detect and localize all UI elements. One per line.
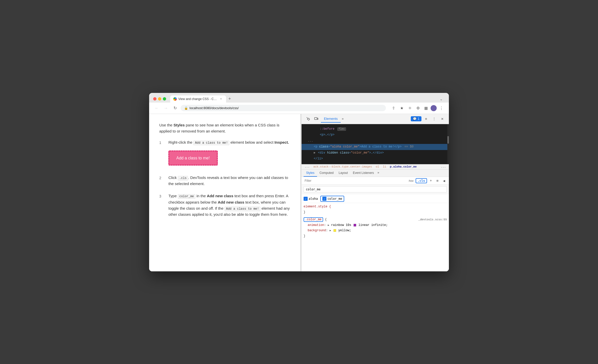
dom-p-class-tag: <p class="aloha color_me">Add a class to… bbox=[314, 145, 402, 148]
animation-triangle-icon[interactable]: ▶ bbox=[328, 223, 329, 228]
background-property: background: ▶ yellow; bbox=[304, 228, 447, 234]
classes-input-bar bbox=[302, 185, 449, 194]
element-style-rule: element.style { } bbox=[304, 204, 447, 215]
filter-bar: :hov .cls + ⊞ ◀ bbox=[302, 177, 449, 185]
breadcrumb-bar: ... ack.stack--block.type.center-images … bbox=[302, 164, 449, 170]
step-1: 1 Right-click the Add a class to me! ele… bbox=[159, 139, 290, 169]
forward-button[interactable]: → bbox=[162, 105, 169, 112]
color-me-brace-close-line: } bbox=[304, 234, 447, 239]
background-triangle-icon[interactable]: ▶ bbox=[329, 228, 331, 233]
tab-styles[interactable]: Styles bbox=[304, 170, 317, 177]
traffic-lights bbox=[153, 97, 166, 101]
animation-property: animation: ▶ rainbow 10s linear infinite… bbox=[304, 223, 447, 228]
color-me-checkbox[interactable]: ✓ bbox=[322, 197, 326, 201]
inspect-element-icon[interactable] bbox=[305, 115, 312, 122]
reload-button[interactable]: ↻ bbox=[171, 105, 179, 112]
more-vert-icon[interactable]: ⋮ bbox=[431, 115, 438, 122]
chat-badge[interactable]: 💬 1 bbox=[411, 116, 421, 121]
breadcrumb-li[interactable]: li bbox=[383, 165, 386, 168]
breadcrumb-stack[interactable]: ack.stack--block.type.center-images bbox=[313, 165, 372, 168]
hov-button[interactable]: :hov bbox=[407, 179, 415, 183]
step-1-content: Right-click the Add a class to me! eleme… bbox=[168, 139, 290, 169]
background-color-swatch[interactable] bbox=[334, 229, 336, 232]
styles-tabs-more[interactable]: » bbox=[376, 170, 380, 177]
tab-elements[interactable]: Elements bbox=[321, 115, 341, 123]
sidebar-toggle-icon[interactable]: ▦ bbox=[422, 105, 430, 112]
chat-count: 1 bbox=[418, 117, 419, 121]
tab-close-button[interactable]: × bbox=[219, 97, 223, 101]
new-tab-button[interactable]: + bbox=[226, 95, 233, 103]
menu-icon[interactable]: ⋮ bbox=[438, 105, 445, 112]
class-aloha: ✓ aloha bbox=[304, 197, 318, 201]
devtools-tabs-more[interactable]: » bbox=[342, 117, 344, 121]
devtools-close-button[interactable]: ✕ bbox=[439, 115, 446, 122]
extensions-icon[interactable]: ⚛ bbox=[406, 105, 413, 112]
element-style-selector-line: element.style { bbox=[304, 204, 447, 210]
class-color-me: ✓ color_me bbox=[320, 196, 344, 202]
tab-dropdown-button[interactable]: ⌄ bbox=[438, 95, 445, 103]
step-2-content: Click .cls. DevTools reveals a text box … bbox=[168, 175, 290, 187]
back-button[interactable]: ← bbox=[153, 105, 160, 112]
bookmark-icon[interactable]: ★ bbox=[398, 105, 405, 112]
breadcrumb-end-more[interactable]: ... bbox=[441, 165, 446, 168]
dom-scrollbar-thumb bbox=[447, 136, 449, 144]
breadcrumb-ol[interactable]: ol bbox=[376, 165, 379, 168]
breadcrumb-more[interactable]: ... bbox=[305, 165, 310, 168]
chrome-tab-icon bbox=[173, 97, 177, 101]
profile-avatar[interactable] bbox=[431, 105, 437, 111]
styles-bold: Styles bbox=[174, 123, 185, 127]
dom-li-close-tag: </li> bbox=[314, 157, 323, 160]
url-text: localhost:8080/docs/devtools/css/ bbox=[190, 106, 382, 110]
minimize-traffic-light[interactable] bbox=[158, 97, 161, 101]
svg-rect-1 bbox=[317, 118, 318, 120]
devtools-header: Elements » 💬 1 ⚙ ⋮ ✕ bbox=[302, 114, 449, 124]
tab-title: View and change CSS - Chrom... bbox=[178, 97, 217, 101]
filter-input[interactable] bbox=[304, 178, 406, 183]
toggle-classes-icon[interactable]: ◀ bbox=[441, 178, 447, 184]
cls-button[interactable]: .cls bbox=[416, 178, 427, 183]
toggle-element-state-icon[interactable]: ⊞ bbox=[435, 178, 440, 184]
dom-ellipsis: ... bbox=[308, 139, 313, 143]
profile-extensions-icon[interactable]: ⚙ bbox=[414, 105, 421, 112]
step-3-content: Type color_me in the Add new class text … bbox=[168, 193, 290, 217]
device-toggle-icon[interactable] bbox=[313, 115, 320, 122]
dom-line-before: ::before flex bbox=[302, 126, 449, 132]
tab-event-listeners[interactable]: Event Listeners bbox=[350, 170, 376, 177]
intro-paragraph: Use the Styles pane to see how an elemen… bbox=[159, 122, 290, 134]
maximize-traffic-light[interactable] bbox=[163, 97, 166, 101]
share-icon[interactable]: ⇧ bbox=[390, 105, 397, 112]
animation-prop-name: animation bbox=[308, 223, 324, 227]
breadcrumb-p[interactable]: p.aloha.color_me bbox=[390, 165, 417, 168]
dom-scrollbar[interactable] bbox=[447, 124, 449, 164]
aloha-label: aloha bbox=[309, 197, 318, 201]
lock-icon: 🔒 bbox=[184, 106, 188, 110]
animation-value: rainbow 10s bbox=[331, 223, 353, 227]
toolbar-icons: ⇧ ★ ⚛ ⚙ ▦ ⋮ bbox=[390, 105, 445, 112]
dom-flex-badge: flex bbox=[337, 127, 346, 131]
add-class-button[interactable]: Add a class to me! bbox=[168, 151, 218, 166]
steps-list: 1 Right-click the Add a class to me! ele… bbox=[159, 139, 290, 218]
dom-line-selected[interactable]: <p class="aloha color_me">Add a class to… bbox=[302, 144, 449, 150]
aloha-checkbox[interactable]: ✓ bbox=[304, 197, 308, 201]
title-bar: View and change CSS - Chrom... × + ⌄ bbox=[149, 93, 449, 103]
element-style-selector: element.style { bbox=[304, 204, 331, 210]
color-me-brace-open: { bbox=[325, 218, 327, 221]
page-content: Use the Styles pane to see how an elemen… bbox=[149, 114, 301, 271]
add-style-rule-icon[interactable]: + bbox=[428, 178, 434, 184]
step-1-num: 1 bbox=[159, 139, 164, 145]
active-tab[interactable]: View and change CSS - Chrom... × bbox=[170, 95, 226, 103]
dom-line-ellipsis: ... bbox=[302, 138, 449, 144]
svg-rect-0 bbox=[314, 118, 317, 120]
step-1-code: Add a class to me! bbox=[193, 141, 229, 145]
tab-layout[interactable]: Layout bbox=[336, 170, 350, 177]
styles-tabs: Styles Computed Layout Event Listeners » bbox=[302, 170, 449, 177]
element-style-close-brace: } bbox=[304, 210, 447, 215]
add-new-class-input[interactable] bbox=[304, 186, 447, 192]
dom-div-tag: <div hidden class="color_me">…</div> bbox=[318, 151, 384, 155]
url-bar[interactable]: 🔒 localhost:8080/docs/devtools/css/ bbox=[181, 105, 386, 111]
tab-computed[interactable]: Computed bbox=[317, 170, 336, 177]
animation-color-swatch[interactable] bbox=[354, 224, 356, 226]
dom-line-li-close: </li> bbox=[302, 156, 449, 162]
settings-icon[interactable]: ⚙ bbox=[422, 115, 430, 122]
close-traffic-light[interactable] bbox=[153, 97, 156, 101]
